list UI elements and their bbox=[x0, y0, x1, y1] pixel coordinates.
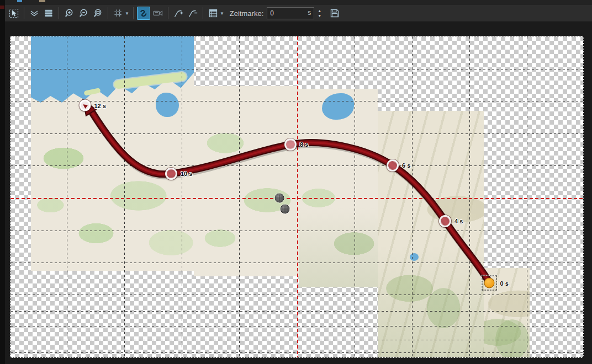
select-tool[interactable] bbox=[7, 7, 20, 20]
zeitmarke-field: s bbox=[267, 7, 314, 19]
toolbar-separator bbox=[59, 7, 59, 19]
route-time-label: 6 s bbox=[402, 162, 410, 169]
save-tool[interactable] bbox=[328, 7, 341, 20]
route-toolbar: ▼ ▼ Zeitm bbox=[5, 5, 592, 22]
toolbar-separator bbox=[108, 7, 108, 19]
route-time-marker[interactable]: 8 s bbox=[284, 138, 297, 151]
grid-icon bbox=[113, 8, 123, 18]
stacked-bars-icon bbox=[44, 8, 54, 18]
zoom-in-icon bbox=[64, 8, 74, 18]
route-map-canvas[interactable]: 0 s4 s6 s8 s10 s12 s bbox=[10, 36, 584, 358]
window-left-edge bbox=[0, 0, 5, 364]
route-time-label: 0 s bbox=[500, 280, 509, 286]
route-curve-tool[interactable] bbox=[137, 7, 150, 20]
route-waypoint[interactable] bbox=[387, 159, 399, 172]
spinner-up-icon[interactable]: ▲ bbox=[316, 8, 323, 13]
route-time-marker[interactable]: 4 s bbox=[439, 215, 451, 227]
route-time-label: 8 s bbox=[300, 141, 308, 148]
route-time-marker[interactable]: 0 s bbox=[482, 276, 497, 291]
layers-tool[interactable] bbox=[42, 7, 55, 20]
grid-tool[interactable] bbox=[112, 7, 125, 20]
clipped-icon-fragment bbox=[39, 0, 45, 2]
zoom-fit-tool[interactable] bbox=[91, 7, 104, 20]
route-time-marker[interactable]: 10 s bbox=[165, 168, 177, 180]
keyframe-list-tool[interactable] bbox=[207, 7, 220, 20]
route-path[interactable] bbox=[92, 113, 489, 281]
zoom-in-tool[interactable] bbox=[62, 7, 76, 20]
zoom-out-tool[interactable] bbox=[77, 7, 90, 20]
route-time-label: 10 s bbox=[181, 170, 192, 177]
grid-dropdown-caret-icon[interactable]: ▼ bbox=[125, 11, 129, 16]
add-route-point-tool[interactable] bbox=[172, 7, 185, 20]
keyframe-dropdown-caret-icon[interactable]: ▼ bbox=[220, 11, 224, 16]
path-remove-icon bbox=[187, 8, 198, 18]
camera-tool[interactable] bbox=[151, 7, 165, 20]
end-point-arrow-icon bbox=[82, 103, 88, 109]
curve-icon bbox=[139, 8, 149, 18]
route-time-marker[interactable]: 12 s bbox=[80, 100, 91, 111]
route-time-marker[interactable]: 6 s bbox=[387, 159, 399, 172]
upper-toolbar-clipped bbox=[5, 0, 592, 5]
zeitmarke-spinner: ▲ ▼ bbox=[316, 8, 323, 18]
route-end-point[interactable] bbox=[80, 100, 91, 111]
pending-photo-marker[interactable] bbox=[281, 205, 290, 214]
zeitmarke-label: Zeitmarke: bbox=[230, 9, 263, 18]
route-time-label: 12 s bbox=[94, 102, 106, 109]
list-icon bbox=[208, 8, 218, 18]
selection-arrow-icon bbox=[9, 8, 19, 18]
toolbar-separator bbox=[24, 7, 24, 19]
route-time-label: 4 s bbox=[454, 218, 463, 224]
remove-route-point-tool[interactable] bbox=[186, 7, 199, 20]
path-add-icon bbox=[173, 8, 184, 18]
left-edge-fragment bbox=[0, 6, 4, 9]
collapse-tool[interactable] bbox=[28, 7, 41, 20]
clipped-icon-fragment bbox=[17, 0, 22, 2]
save-icon bbox=[330, 8, 340, 18]
zeitmarke-input[interactable] bbox=[267, 8, 314, 19]
route-layer bbox=[10, 36, 583, 357]
spinner-down-icon[interactable]: ▼ bbox=[316, 13, 323, 18]
route-waypoint[interactable] bbox=[284, 138, 297, 151]
route-waypoint[interactable] bbox=[439, 215, 451, 227]
zoom-fit-icon bbox=[93, 8, 103, 18]
toolbar-separator bbox=[168, 7, 168, 19]
route-waypoint[interactable] bbox=[165, 168, 177, 180]
toolbar-separator bbox=[203, 7, 203, 19]
zoom-out-icon bbox=[78, 8, 88, 18]
double-chevron-down-icon bbox=[29, 8, 39, 18]
camera-icon bbox=[152, 8, 163, 18]
route-editor-window: { "toolbar": { "tools": [ {"name": "sele… bbox=[0, 0, 592, 364]
pending-photo-marker[interactable] bbox=[275, 194, 284, 203]
toolbar-separator bbox=[133, 7, 134, 19]
selection-ants-box bbox=[482, 276, 497, 291]
